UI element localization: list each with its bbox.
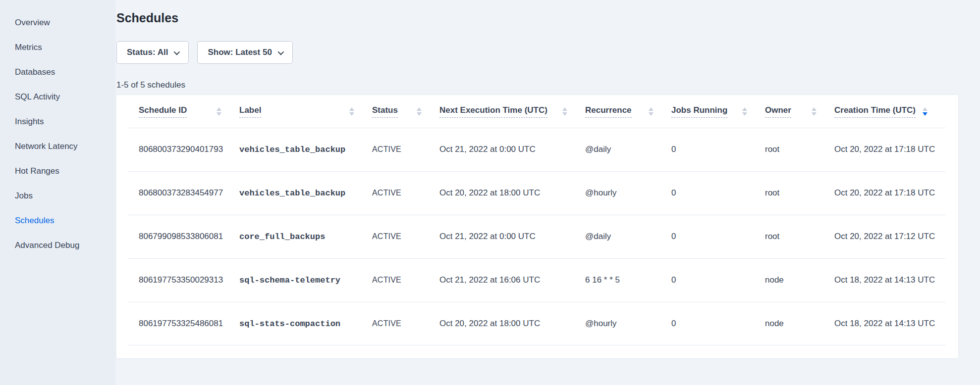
cell-schedule-id: 806800373290401793 [139,144,239,154]
sidebar-item-insights[interactable]: Insights [0,109,115,134]
cell-jobs-running: 0 [671,319,765,329]
cell-recurrence: 6 16 * * 5 [585,275,671,285]
column-header-label: Schedule ID [139,105,187,118]
cell-schedule-id: 806197753350029313 [139,275,239,285]
cell-jobs-running: 0 [671,144,765,154]
sidebar-item-metrics[interactable]: Metrics [0,35,115,60]
filter-bar: Status: All Show: Latest 50 [116,41,958,64]
row-separator [128,258,945,259]
column-header-label: Next Execution Time (UTC) [439,105,547,118]
chevron-down-icon [174,48,180,55]
cell-next-execution: Oct 20, 2022 at 18:00 UTC [439,188,585,198]
sidebar-item-jobs[interactable]: Jobs [0,184,115,208]
cell-owner: node [765,275,834,285]
chevron-down-icon [277,48,284,55]
sort-icon[interactable] [349,107,354,116]
cell-label: core_full_backups [239,232,372,241]
status-filter-dropdown[interactable]: Status: All [116,41,189,64]
sort-icon[interactable] [742,107,747,116]
cell-jobs-running: 0 [671,232,765,241]
sidebar: Overview Metrics Databases SQL Activity … [0,0,115,385]
show-filter-dropdown[interactable]: Show: Latest 50 [197,41,292,64]
cell-status: ACTIVE [372,276,439,285]
cell-next-execution: Oct 20, 2022 at 18:00 UTC [439,319,585,329]
cell-status: ACTIVE [372,189,439,197]
cell-jobs-running: 0 [671,188,765,198]
sort-icon[interactable] [812,107,817,116]
cell-creation-time: Oct 20, 2022 at 17:18 UTC [834,188,945,198]
column-header-owner[interactable]: Owner [765,105,834,118]
cell-next-execution: Oct 21, 2022 at 16:06 UTC [439,275,585,285]
cell-owner: root [765,188,834,198]
cell-schedule-id: 806197753325486081 [139,319,239,329]
cell-status: ACTIVE [372,232,439,241]
sort-icon[interactable] [562,107,567,116]
column-header-status[interactable]: Status [372,105,439,118]
cell-owner: root [765,144,834,154]
cell-next-execution: Oct 21, 2022 at 0:00 UTC [439,232,585,241]
cell-creation-time: Oct 20, 2022 at 17:12 UTC [834,232,945,241]
sort-icon[interactable] [417,107,422,116]
column-header-next-execution-time[interactable]: Next Execution Time (UTC) [439,105,585,118]
cell-label: vehicles_table_backup [239,189,372,198]
column-header-creation-time[interactable]: Creation Time (UTC) [834,105,945,118]
column-header-schedule-id[interactable]: Schedule ID [139,105,239,118]
row-separator [128,128,945,128]
results-count: 1-5 of 5 schedules [116,80,958,90]
cell-recurrence: @hourly [585,188,671,198]
cell-owner: node [765,319,834,329]
cell-jobs-running: 0 [671,275,765,285]
cell-creation-time: Oct 18, 2022 at 14:13 UTC [834,319,945,329]
cell-recurrence: @daily [585,144,671,154]
column-header-label[interactable]: Label [239,105,372,118]
sort-icon[interactable] [649,107,653,116]
cell-owner: root [765,232,834,241]
sidebar-item-databases[interactable]: Databases [0,60,115,85]
sort-icon[interactable] [217,107,221,116]
sidebar-item-sql-activity[interactable]: SQL Activity [0,85,115,109]
table-row[interactable]: 806800373290401793 vehicles_table_backup… [116,128,958,171]
row-separator [128,345,945,345]
cell-recurrence: @daily [585,232,671,241]
cell-creation-time: Oct 18, 2022 at 14:13 UTC [834,275,945,285]
column-header-label: Jobs Running [671,105,727,118]
column-header-label: Recurrence [585,105,632,118]
sidebar-item-overview[interactable]: Overview [0,10,115,35]
table-row[interactable]: 806800373283454977 vehicles_table_backup… [116,171,958,215]
sidebar-item-hot-ranges[interactable]: Hot Ranges [0,159,115,184]
cell-creation-time: Oct 20, 2022 at 17:18 UTC [834,144,945,154]
row-separator [128,215,945,215]
cell-next-execution: Oct 21, 2022 at 0:00 UTC [439,144,585,154]
column-header-label: Status [372,105,398,118]
show-filter-label: Show: Latest 50 [208,48,272,57]
cell-schedule-id: 806800373283454977 [139,188,239,198]
cell-recurrence: @hourly [585,319,671,329]
row-separator [128,171,945,172]
column-header-jobs-running[interactable]: Jobs Running [671,105,765,118]
app-root: Overview Metrics Databases SQL Activity … [0,0,980,385]
schedules-table-card: Schedule ID Label Status Next Execution … [116,95,958,358]
status-filter-label: Status: All [127,48,168,57]
table-row[interactable]: 806799098533806081 core_full_backups ACT… [116,215,958,258]
sort-icon-active-desc[interactable] [923,107,927,116]
cell-status: ACTIVE [372,145,439,154]
table-row[interactable]: 806197753325486081 sql-stats-compaction … [116,302,958,345]
sidebar-item-network-latency[interactable]: Network Latency [0,134,115,159]
cell-label: sql-schema-telemetry [239,276,372,285]
main-content: Schedules Status: All Show: Latest 50 1-… [115,0,980,385]
column-header-label: Owner [765,105,791,118]
column-header-label: Creation Time (UTC) [834,105,916,118]
column-header-recurrence[interactable]: Recurrence [585,105,671,118]
page-title: Schedules [116,11,958,25]
table-row[interactable]: 806197753350029313 sql-schema-telemetry … [116,258,958,302]
cell-label: sql-stats-compaction [239,319,372,329]
column-header-label: Label [239,105,261,118]
cell-label: vehicles_table_backup [239,145,372,154]
sidebar-item-schedules[interactable]: Schedules [0,208,115,233]
cell-schedule-id: 806799098533806081 [139,232,239,241]
row-separator [128,302,945,302]
cell-status: ACTIVE [372,319,439,328]
table-header-row: Schedule ID Label Status Next Execution … [116,95,958,128]
sidebar-item-advanced-debug[interactable]: Advanced Debug [0,233,115,258]
